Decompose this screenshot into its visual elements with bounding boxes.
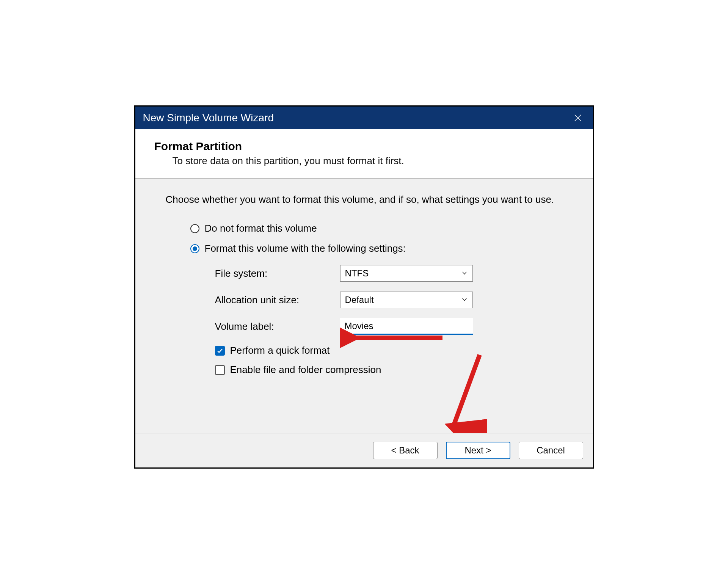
cancel-button[interactable]: Cancel — [519, 442, 583, 459]
allocation-size-value: Default — [345, 295, 374, 305]
radio-checked-icon — [190, 244, 199, 253]
chevron-down-icon — [461, 268, 468, 279]
content-panel: Choose whether you want to format this v… — [135, 179, 593, 433]
format-settings: File system: NTFS Allocation unit size: … — [166, 265, 563, 335]
close-icon[interactable] — [570, 110, 585, 125]
radio-label-format-with: Format this volume with the following se… — [205, 243, 406, 254]
window-title: New Simple Volume Wizard — [143, 112, 570, 124]
radio-unchecked-icon — [190, 224, 199, 233]
radio-label-no-format: Do not format this volume — [205, 223, 317, 234]
page-subtitle: To store data on this partition, you mus… — [154, 155, 574, 167]
radio-do-not-format[interactable]: Do not format this volume — [190, 223, 563, 234]
quick-format-checkbox[interactable]: Perform a quick format — [215, 345, 563, 356]
allocation-size-row: Allocation unit size: Default — [215, 292, 563, 308]
titlebar: New Simple Volume Wizard — [135, 107, 593, 129]
back-button[interactable]: < Back — [373, 442, 438, 459]
volume-label-row: Volume label: — [215, 318, 563, 335]
file-system-select[interactable]: NTFS — [340, 265, 473, 282]
next-button[interactable]: Next > — [446, 442, 510, 459]
file-system-row: File system: NTFS — [215, 265, 563, 282]
compression-label: Enable file and folder compression — [230, 364, 381, 376]
page-header: Format Partition To store data on this p… — [135, 129, 593, 179]
checkbox-checked-icon — [215, 346, 225, 356]
chevron-down-icon — [461, 295, 468, 305]
file-system-value: NTFS — [345, 268, 369, 279]
format-checkboxes: Perform a quick format Enable file and f… — [166, 345, 563, 376]
volume-label-input[interactable] — [340, 318, 473, 335]
instruction-text: Choose whether you want to format this v… — [166, 194, 563, 205]
format-radio-group: Do not format this volume Format this vo… — [166, 223, 563, 254]
checkbox-unchecked-icon — [215, 365, 225, 375]
wizard-window: New Simple Volume Wizard Format Partitio… — [134, 105, 594, 469]
quick-format-label: Perform a quick format — [230, 345, 330, 356]
button-bar: < Back Next > Cancel — [135, 433, 593, 467]
allocation-size-label: Allocation unit size: — [215, 294, 340, 306]
volume-label-label: Volume label: — [215, 321, 340, 332]
allocation-size-select[interactable]: Default — [340, 292, 473, 308]
compression-checkbox[interactable]: Enable file and folder compression — [215, 364, 563, 376]
radio-format-with-settings[interactable]: Format this volume with the following se… — [190, 243, 563, 254]
file-system-label: File system: — [215, 268, 340, 279]
page-title: Format Partition — [154, 140, 574, 153]
